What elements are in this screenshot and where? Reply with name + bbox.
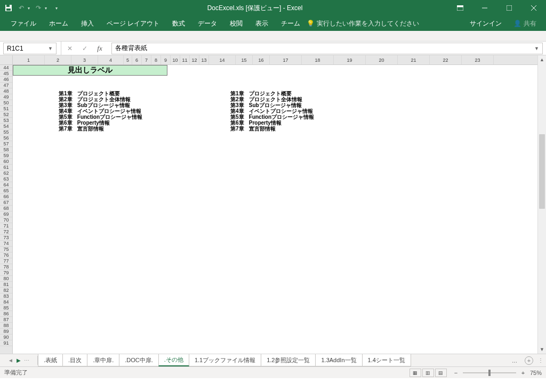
row-header[interactable]: 76 [0, 252, 12, 258]
formula-input[interactable]: 各種背表紙 ▼ [111, 43, 543, 54]
column-header[interactable]: 15 [236, 55, 253, 64]
row-header[interactable]: 47 [0, 83, 12, 88]
row-header[interactable]: 84 [0, 299, 12, 305]
scroll-thumb[interactable] [539, 134, 545, 209]
undo-icon[interactable]: ↶ [17, 4, 26, 12]
row-header[interactable]: 77 [0, 258, 12, 264]
sheet-tab[interactable]: .表紙 [38, 354, 63, 366]
zoom-slider[interactable] [463, 372, 516, 373]
select-all-corner[interactable] [0, 55, 12, 65]
column-header[interactable]: 4 [98, 55, 124, 64]
row-header[interactable]: 54 [0, 124, 12, 129]
row-header[interactable]: 88 [0, 323, 12, 329]
sheet-tab[interactable]: .DOC中扉. [119, 354, 159, 366]
row-header[interactable]: 86 [0, 311, 12, 317]
row-header[interactable]: 87 [0, 317, 12, 323]
sheet-tab[interactable]: 1.1ブックファイル情報 [189, 354, 261, 366]
zoom-in-button[interactable]: + [519, 370, 527, 376]
row-header[interactable]: 50 [0, 100, 12, 106]
row-header[interactable]: 80 [0, 276, 12, 282]
row-header[interactable]: 79 [0, 270, 12, 276]
sheet-tab[interactable]: .その他 [158, 354, 189, 366]
qat-customize-icon[interactable]: ▾ [55, 6, 58, 11]
row-header[interactable]: 66 [0, 194, 12, 200]
row-header[interactable]: 91 [0, 340, 12, 346]
sheet-nav-more-icon[interactable]: ⋯ [24, 357, 29, 363]
tab-file[interactable]: ファイル [4, 16, 43, 31]
row-header[interactable]: 72 [0, 229, 12, 235]
sheet-nav-first-icon[interactable]: ◄ [8, 357, 13, 363]
name-box[interactable]: R1C1 ▼ [3, 43, 57, 54]
tab-view[interactable]: 表示 [249, 16, 275, 31]
fx-icon[interactable]: fx [92, 42, 107, 55]
share-button[interactable]: 👤 共有 [508, 19, 542, 28]
tell-me-search[interactable]: 💡 実行したい作業を入力してください [307, 19, 419, 28]
row-header[interactable]: 89 [0, 329, 12, 334]
row-header[interactable]: 51 [0, 106, 12, 112]
signin-link[interactable]: サインイン [463, 19, 508, 28]
column-header[interactable]: 21 [398, 55, 430, 64]
row-header[interactable]: 71 [0, 223, 12, 229]
tab-team[interactable]: チーム [275, 16, 307, 31]
tab-page-layout[interactable]: ページ レイアウト [100, 16, 166, 31]
row-header[interactable]: 78 [0, 264, 12, 270]
save-icon[interactable] [4, 4, 13, 12]
column-header[interactable]: 17 [270, 55, 302, 64]
row-header[interactable]: 49 [0, 94, 12, 100]
column-header[interactable]: 20 [366, 55, 398, 64]
new-sheet-button[interactable]: + [523, 354, 535, 366]
row-header[interactable]: 65 [0, 188, 12, 194]
enter-icon[interactable]: ✓ [77, 42, 92, 55]
worksheet-grid[interactable]: 4445464748495051525354555657585960616263… [0, 55, 546, 354]
row-header[interactable]: 63 [0, 176, 12, 182]
tab-home[interactable]: ホーム [43, 16, 75, 31]
row-header[interactable]: 73 [0, 235, 12, 241]
cancel-icon[interactable]: ✕ [62, 42, 77, 55]
column-header[interactable]: 3 [71, 55, 98, 64]
row-header[interactable]: 56 [0, 135, 12, 141]
row-header[interactable]: 57 [0, 141, 12, 147]
column-header[interactable]: 5 [124, 55, 132, 64]
row-header[interactable]: 53 [0, 118, 12, 124]
page-layout-view-icon[interactable]: ▥ [422, 369, 434, 377]
column-header[interactable]: 22 [430, 55, 462, 64]
row-header[interactable]: 90 [0, 334, 12, 340]
sheet-tab[interactable]: 1.2参照設定一覧 [261, 354, 316, 366]
tab-formulas[interactable]: 数式 [166, 16, 191, 31]
column-header[interactable]: 8 [151, 55, 161, 64]
row-header[interactable]: 81 [0, 282, 12, 288]
row-header[interactable]: 44 [0, 65, 12, 71]
column-header[interactable]: 1 [13, 55, 45, 64]
column-header[interactable]: 10 [171, 55, 180, 64]
column-header[interactable]: 2 [45, 55, 71, 64]
row-header[interactable]: 61 [0, 165, 12, 170]
sheet-tab[interactable]: .目次 [62, 354, 87, 366]
column-header[interactable]: 18 [302, 55, 334, 64]
formula-expand-icon[interactable]: ▼ [534, 46, 539, 51]
vertical-scrollbar[interactable]: ▲ ▼ [537, 55, 546, 354]
row-header[interactable]: 85 [0, 305, 12, 311]
column-header[interactable]: 12 [190, 55, 199, 64]
column-header[interactable]: 13 [199, 55, 209, 64]
sheet-tab[interactable]: .章中扉. [87, 354, 119, 366]
column-header[interactable]: 11 [180, 55, 190, 64]
heading-label-cell[interactable]: 見出しラベル [13, 65, 167, 76]
row-header[interactable]: 70 [0, 217, 12, 223]
row-header[interactable]: 74 [0, 241, 12, 247]
close-button[interactable] [521, 0, 546, 16]
grid-cells[interactable]: 見出しラベル 第1章 プロジェクト概要第2章 プロジェクト全体情報第3章 Sub… [13, 65, 537, 354]
column-header[interactable]: 19 [334, 55, 366, 64]
column-header[interactable]: 23 [462, 55, 494, 64]
row-header[interactable]: 59 [0, 153, 12, 159]
sheet-overflow-icon[interactable]: ... [507, 354, 523, 366]
sheet-tab[interactable]: 1.4シート一覧 [362, 354, 411, 366]
sheet-nav-prev-icon[interactable]: ▶ [17, 357, 21, 363]
row-header[interactable]: 62 [0, 170, 12, 176]
column-header[interactable]: 14 [209, 55, 236, 64]
row-header[interactable]: 67 [0, 200, 12, 206]
row-header[interactable]: 45 [0, 71, 12, 77]
column-header[interactable]: 7 [142, 55, 151, 64]
row-header[interactable]: 60 [0, 159, 12, 165]
column-header[interactable]: 16 [253, 55, 270, 64]
name-box-dropdown-icon[interactable]: ▼ [48, 46, 53, 51]
